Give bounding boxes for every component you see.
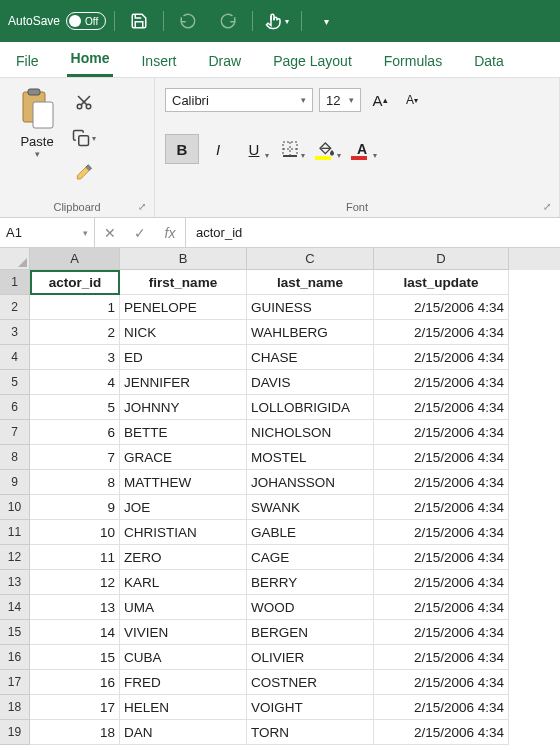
dialog-launcher-icon[interactable]: ⤢ (543, 201, 555, 213)
cell[interactable]: last_name (247, 270, 374, 295)
row-header[interactable]: 5 (0, 370, 30, 395)
cell[interactable]: DAN (120, 720, 247, 745)
row-header[interactable]: 9 (0, 470, 30, 495)
underline-button[interactable]: U▾ (237, 134, 271, 164)
cell[interactable]: 2/15/2006 4:34 (374, 595, 509, 620)
name-box[interactable]: A1 ▾ (0, 218, 95, 247)
cell[interactable]: CHRISTIAN (120, 520, 247, 545)
row-header[interactable]: 14 (0, 595, 30, 620)
cell[interactable]: PENELOPE (120, 295, 247, 320)
tab-page-layout[interactable]: Page Layout (269, 45, 356, 77)
cell[interactable]: JOE (120, 495, 247, 520)
row-header[interactable]: 2 (0, 295, 30, 320)
autosave-toggle[interactable]: AutoSave Off (8, 12, 106, 30)
row-header[interactable]: 12 (0, 545, 30, 570)
cell[interactable]: 2 (30, 320, 120, 345)
cell[interactable]: WOOD (247, 595, 374, 620)
cell[interactable]: 2/15/2006 4:34 (374, 370, 509, 395)
column-header-D[interactable]: D (374, 248, 509, 270)
font-size-select[interactable]: 12 ▾ (319, 88, 361, 112)
cell[interactable]: ZERO (120, 545, 247, 570)
cell[interactable]: GRACE (120, 445, 247, 470)
row-header[interactable]: 13 (0, 570, 30, 595)
cell[interactable]: NICK (120, 320, 247, 345)
cell[interactable]: DAVIS (247, 370, 374, 395)
cell[interactable]: TORN (247, 720, 374, 745)
format-painter-button[interactable] (70, 160, 98, 188)
cell[interactable]: NICHOLSON (247, 420, 374, 445)
cell[interactable]: ED (120, 345, 247, 370)
tab-file[interactable]: File (12, 45, 43, 77)
row-header[interactable]: 7 (0, 420, 30, 445)
cell[interactable]: CHASE (247, 345, 374, 370)
cell[interactable]: 14 (30, 620, 120, 645)
cell[interactable]: 9 (30, 495, 120, 520)
cell[interactable]: 2/15/2006 4:34 (374, 670, 509, 695)
font-name-select[interactable]: Calibri ▾ (165, 88, 313, 112)
cell[interactable]: HELEN (120, 695, 247, 720)
cell[interactable]: FRED (120, 670, 247, 695)
cell[interactable]: 7 (30, 445, 120, 470)
row-header[interactable]: 8 (0, 445, 30, 470)
column-header-C[interactable]: C (247, 248, 374, 270)
row-header[interactable]: 3 (0, 320, 30, 345)
cell[interactable]: 2/15/2006 4:34 (374, 570, 509, 595)
customize-qat-icon[interactable]: ▾ (310, 5, 342, 37)
cell[interactable]: 11 (30, 545, 120, 570)
cell[interactable]: first_name (120, 270, 247, 295)
cell[interactable]: 2/15/2006 4:34 (374, 645, 509, 670)
row-header[interactable]: 17 (0, 670, 30, 695)
increase-font-button[interactable]: A▴ (367, 88, 393, 112)
decrease-font-button[interactable]: A▾ (399, 88, 425, 112)
column-header-B[interactable]: B (120, 248, 247, 270)
row-header[interactable]: 4 (0, 345, 30, 370)
cell[interactable]: 3 (30, 345, 120, 370)
cell[interactable]: 2/15/2006 4:34 (374, 295, 509, 320)
undo-icon[interactable] (172, 5, 204, 37)
enter-formula-button[interactable]: ✓ (125, 225, 155, 241)
cell[interactable]: JOHANSSON (247, 470, 374, 495)
cell[interactable]: WAHLBERG (247, 320, 374, 345)
cell[interactable]: 2/15/2006 4:34 (374, 345, 509, 370)
row-header[interactable]: 1 (0, 270, 30, 295)
cell[interactable]: 17 (30, 695, 120, 720)
cell[interactable]: actor_id (30, 270, 120, 295)
cell[interactable]: 2/15/2006 4:34 (374, 445, 509, 470)
select-all-button[interactable] (0, 248, 30, 270)
cell[interactable]: 2/15/2006 4:34 (374, 395, 509, 420)
cell[interactable]: 13 (30, 595, 120, 620)
dialog-launcher-icon[interactable]: ⤢ (138, 201, 150, 213)
toggle-switch[interactable]: Off (66, 12, 106, 30)
cell[interactable]: BERGEN (247, 620, 374, 645)
row-header[interactable]: 11 (0, 520, 30, 545)
tab-draw[interactable]: Draw (204, 45, 245, 77)
cell[interactable]: 15 (30, 645, 120, 670)
cell[interactable]: 2/15/2006 4:34 (374, 420, 509, 445)
cell[interactable]: 10 (30, 520, 120, 545)
cell[interactable]: GABLE (247, 520, 374, 545)
insert-function-button[interactable]: fx (155, 225, 185, 241)
tab-insert[interactable]: Insert (137, 45, 180, 77)
cell[interactable]: JOHNNY (120, 395, 247, 420)
cell[interactable]: 2/15/2006 4:34 (374, 620, 509, 645)
formula-input[interactable]: actor_id (186, 218, 560, 247)
cell[interactable]: 2/15/2006 4:34 (374, 695, 509, 720)
row-header[interactable]: 10 (0, 495, 30, 520)
bold-button[interactable]: B (165, 134, 199, 164)
cell[interactable]: BETTE (120, 420, 247, 445)
fill-color-button[interactable]: ▾ (309, 134, 343, 164)
cell[interactable]: UMA (120, 595, 247, 620)
cell[interactable]: 1 (30, 295, 120, 320)
tab-data[interactable]: Data (470, 45, 508, 77)
cell[interactable]: VOIGHT (247, 695, 374, 720)
font-color-button[interactable]: A ▾ (345, 134, 379, 164)
column-header-A[interactable]: A (30, 248, 120, 270)
cell[interactable]: 5 (30, 395, 120, 420)
cell[interactable]: 6 (30, 420, 120, 445)
tab-formulas[interactable]: Formulas (380, 45, 446, 77)
cell[interactable]: CUBA (120, 645, 247, 670)
tab-home[interactable]: Home (67, 42, 114, 77)
cell[interactable]: 2/15/2006 4:34 (374, 320, 509, 345)
copy-button[interactable]: ▾ (70, 124, 98, 152)
row-header[interactable]: 19 (0, 720, 30, 745)
